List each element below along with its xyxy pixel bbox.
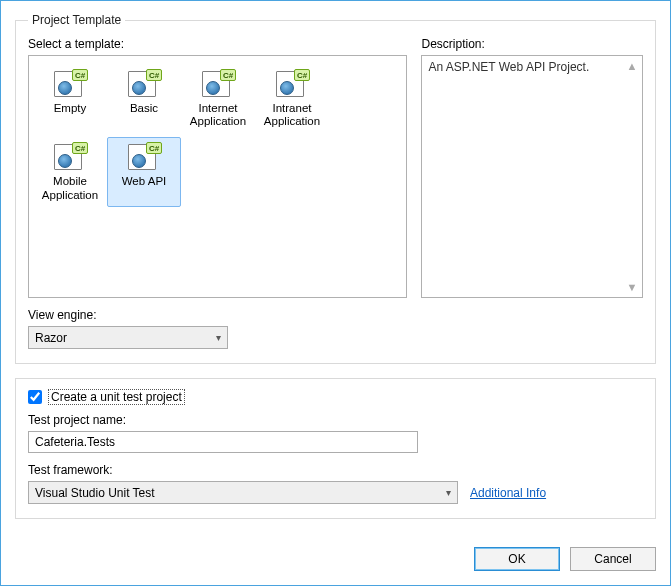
test-framework-dropdown[interactable]: Visual Studio Unit Test ▾: [28, 481, 458, 504]
view-engine-dropdown[interactable]: Razor ▾: [28, 326, 228, 349]
view-engine-label: View engine:: [28, 308, 643, 322]
csharp-web-icon: C#: [52, 69, 88, 99]
chevron-down-icon: ▾: [216, 332, 221, 343]
description-label: Description:: [421, 37, 643, 51]
template-internet-application[interactable]: C# Internet Application: [181, 64, 255, 133]
template-basic[interactable]: C# Basic: [107, 64, 181, 133]
template-intranet-application[interactable]: C# Intranet Application: [255, 64, 329, 133]
template-label: Basic: [110, 102, 178, 115]
template-empty[interactable]: C# Empty: [33, 64, 107, 133]
template-label: Mobile Application: [36, 175, 104, 201]
template-label: Internet Application: [184, 102, 252, 128]
project-template-group: Project Template Select a template: C# E…: [15, 13, 656, 364]
create-unit-test-label: Create a unit test project: [48, 389, 185, 405]
template-mobile-application[interactable]: C# Mobile Application: [33, 137, 107, 206]
test-framework-value: Visual Studio Unit Test: [35, 486, 155, 500]
dialog-title: Project Template: [28, 13, 125, 27]
cancel-button[interactable]: Cancel: [570, 547, 656, 571]
csharp-web-icon: C#: [52, 142, 88, 172]
test-framework-label: Test framework:: [28, 463, 643, 477]
csharp-web-icon: C#: [126, 69, 162, 99]
unit-test-group: Create a unit test project Test project …: [15, 378, 656, 519]
csharp-web-icon: C#: [200, 69, 236, 99]
template-web-api[interactable]: C# Web API: [107, 137, 181, 206]
csharp-web-icon: C#: [274, 69, 310, 99]
chevron-down-icon: ▾: [446, 487, 451, 498]
csharp-web-icon: C#: [126, 142, 162, 172]
description-box: An ASP.NET Web API Project. ▲ ▼: [421, 55, 643, 298]
scroll-up-icon[interactable]: ▲: [624, 58, 640, 74]
test-project-name-input[interactable]: [28, 431, 418, 453]
view-engine-value: Razor: [35, 331, 67, 345]
test-project-name-label: Test project name:: [28, 413, 643, 427]
ok-button[interactable]: OK: [474, 547, 560, 571]
template-list[interactable]: C# Empty C# Basic: [28, 55, 407, 298]
additional-info-link[interactable]: Additional Info: [470, 486, 546, 500]
template-label: Intranet Application: [258, 102, 326, 128]
create-unit-test-checkbox[interactable]: [28, 390, 42, 404]
description-text: An ASP.NET Web API Project.: [428, 60, 589, 74]
template-label: Empty: [36, 102, 104, 115]
dialog-window: Project Template Select a template: C# E…: [0, 0, 671, 586]
template-label: Web API: [110, 175, 178, 188]
scroll-down-icon[interactable]: ▼: [624, 279, 640, 295]
select-template-label: Select a template:: [28, 37, 407, 51]
